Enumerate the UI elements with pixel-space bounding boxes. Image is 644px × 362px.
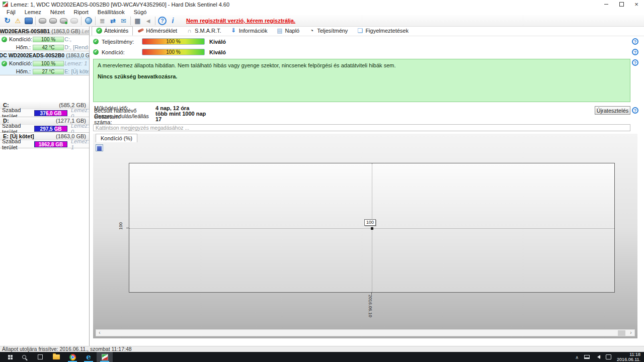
toolbar-separator (35, 17, 36, 25)
toolbar-disk-seek-icon[interactable] (69, 16, 79, 26)
menu-view[interactable]: Nézet (46, 9, 69, 15)
taskbar: 11:18 2016.06.11. (0, 352, 644, 362)
x-axis-tick-label: 2016.06.10 (368, 295, 373, 317)
tab-performance-icon (308, 27, 315, 34)
scrollbar-thumb[interactable] (618, 330, 625, 336)
disk-entry-1-selected[interactable]: WDC WD2002EADS-00S2B0 (1863,0 GB) Kondíc… (0, 52, 89, 75)
edge-icon (86, 352, 91, 361)
toolbar-monitor-icon[interactable] (23, 16, 34, 26)
help-icon[interactable]: ? (632, 59, 638, 66)
disk-header: WDC WD2002EADS-00S2B0 (1863,0 GB) (0, 52, 89, 59)
toolbar-separator (130, 17, 131, 25)
data-point (371, 227, 373, 230)
start-button[interactable] (0, 352, 16, 362)
tab-overview-icon (96, 28, 102, 34)
main-area: WDC WD20EARS-00S8B1 (1863,0 GB) Lemez: 0… (0, 27, 644, 346)
tab-smart[interactable]: S.M.A.R.T. (182, 26, 226, 36)
tray-expand-icon[interactable] (576, 354, 579, 360)
temp-label: Hőm.: (9, 44, 33, 50)
speaker-icon[interactable] (595, 355, 600, 359)
chart-horizontal-scrollbar[interactable]: ‹ › (96, 329, 635, 336)
action-center-icon[interactable] (606, 354, 611, 359)
tab-temperature-icon (137, 27, 144, 34)
disk-ref: Lemez: 1 (71, 138, 89, 150)
chart-tab-condition[interactable]: Kondíció (%) (96, 134, 137, 142)
help-icon[interactable]: ? (632, 49, 638, 55)
health-status-text: A merevlemez állapota hibátlan. Nem talá… (98, 62, 626, 69)
health-action-text: Nincs szükség beavatkozásra. (98, 73, 626, 80)
toolbar-refresh-report-icon[interactable] (108, 16, 118, 26)
status-ok-icon (93, 39, 99, 44)
status-ok-icon (93, 49, 99, 55)
clock[interactable]: 11:18 2016.06.11. (617, 352, 640, 362)
retest-button[interactable]: Újratesztelés (595, 106, 630, 115)
tab-log[interactable]: Napló (272, 26, 304, 36)
info-value: 17 (155, 116, 162, 122)
scroll-right-icon[interactable]: › (627, 330, 634, 336)
menu-disk[interactable]: Lemez (20, 9, 46, 15)
menu-settings[interactable]: Beállítások (93, 9, 129, 15)
menu-bar: Fájl Lemez Nézet Riport Beállítások Súgó (0, 9, 644, 15)
tab-smart-icon (186, 27, 193, 34)
help-icon[interactable]: ? (632, 107, 638, 114)
register-link[interactable]: Nem regisztrált verzió, kérem regisztrál… (186, 18, 295, 24)
menu-file[interactable]: Fájl (2, 9, 20, 15)
toolbar-disk-surface-icon[interactable] (37, 16, 48, 26)
status-ok-icon (2, 37, 7, 42)
edge-button[interactable] (80, 352, 97, 362)
hard-disk-sentinel-button[interactable] (97, 352, 113, 362)
partition-entry-e[interactable]: E: [Új kötet] (1863,0 GB) Szabad terület… (0, 133, 89, 148)
search-button[interactable] (16, 352, 32, 362)
partition-entry-c[interactable]: C: (585,2 GB) Szabad terület 376,0 GB Le… (0, 102, 89, 117)
toolbar-disk-info-icon[interactable] (48, 16, 58, 26)
title-bar: Lemez: 1, WDC WD2002EADS-00S2B0 [WD-WCAV… (0, 0, 644, 9)
disk-header: WDC WD20EARS-00S8B1 (1863,0 GB) Lemez: 0 (0, 28, 89, 35)
toolbar: Nem regisztrált verzió, kérem regisztrál… (0, 15, 644, 27)
toolbar-system-test-icon[interactable] (132, 16, 143, 26)
tab-overview[interactable]: Áttekintés (92, 26, 133, 36)
scroll-left-icon[interactable]: ‹ (96, 330, 103, 336)
toolbar-send-report-icon[interactable] (118, 16, 129, 26)
help-icon[interactable]: ? (632, 38, 638, 45)
free-space-bar: 376,0 GB (34, 110, 67, 116)
disk-sidebar: WDC WD20EARS-00S8B1 (1863,0 GB) Lemez: 0… (0, 27, 90, 346)
file-explorer-button[interactable] (48, 352, 64, 362)
tab-temperature[interactable]: Hőmérséklet (133, 26, 182, 36)
task-view-button[interactable] (32, 352, 48, 362)
disk-entry-0[interactable]: WDC WD20EARS-00S8B1 (1863,0 GB) Lemez: 0… (0, 28, 89, 51)
minimize-button[interactable] (599, 1, 614, 9)
condition-label: Kondíció: (9, 60, 33, 66)
performance-bar: 100 % (142, 38, 205, 45)
chrome-button[interactable] (64, 352, 80, 362)
toolbar-refresh-icon[interactable] (2, 16, 13, 26)
network-icon[interactable] (584, 355, 590, 359)
toolbar-info-icon[interactable] (168, 16, 178, 26)
restore-button[interactable] (614, 1, 629, 9)
save-chart-button[interactable] (96, 144, 103, 151)
toolbar-help-icon[interactable] (157, 16, 168, 26)
comment-input[interactable] (93, 124, 630, 131)
chart-plot-area: 100 (129, 163, 615, 293)
menu-report[interactable]: Riport (69, 9, 93, 15)
partition-entry-d[interactable]: D: (1277,1 GB) Szabad terület 297,5 GB L… (0, 117, 89, 133)
toolbar-disk-test-icon[interactable] (58, 16, 69, 26)
performance-row: Teljesítmény: 100 % Kiváló (93, 38, 226, 45)
temp-bar: 42 °C (33, 45, 64, 50)
disk-condition-row: Kondíció: 100 % C:, (0, 35, 89, 43)
folder-icon (53, 354, 60, 359)
content-area: Áttekintés Hőmérséklet S.M.A.R.T. Inform… (90, 27, 644, 346)
toolbar-separator (155, 17, 155, 25)
toolbar-network-icon[interactable] (83, 16, 94, 26)
toolbar-sound-icon[interactable] (143, 16, 153, 26)
toolbar-report-icon[interactable] (97, 16, 108, 26)
toolbar-problem-report-icon[interactable] (13, 16, 23, 26)
condition-rating: Kiváló (209, 49, 226, 55)
tab-label: Információk (239, 28, 268, 34)
menu-help[interactable]: Súgó (129, 9, 151, 15)
tab-alerts[interactable]: Figyelmeztetések (352, 26, 413, 36)
tab-information[interactable]: Információk (226, 26, 272, 36)
temp-bar: 27 °C (33, 69, 64, 74)
close-button[interactable] (629, 1, 644, 9)
health-status-box: A merevlemez állapota hibátlan. Nem talá… (93, 59, 630, 102)
tab-performance[interactable]: Teljesítmény (304, 26, 352, 36)
